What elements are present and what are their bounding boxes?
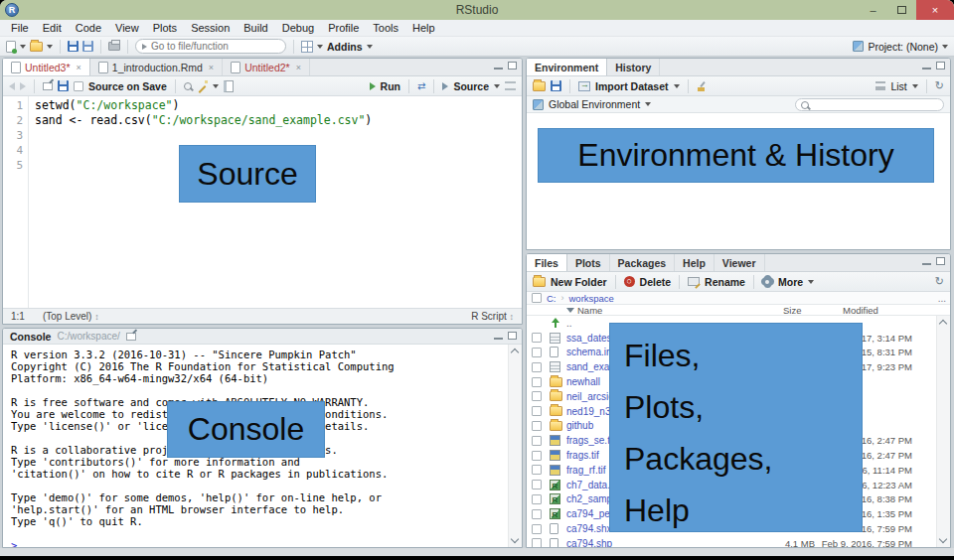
menu-view[interactable]: View: [108, 22, 146, 34]
column-name[interactable]: Name: [566, 305, 602, 316]
import-dataset-button[interactable]: Import Dataset: [595, 80, 669, 92]
rename-icon[interactable]: [688, 277, 700, 286]
row-checkbox[interactable]: [532, 391, 542, 401]
row-checkbox[interactable]: [532, 333, 542, 343]
menu-plots[interactable]: Plots: [146, 22, 184, 34]
environment-dropdown-icon[interactable]: [645, 102, 651, 106]
column-size[interactable]: Size: [783, 305, 801, 316]
tab-history[interactable]: History: [607, 59, 660, 75]
compile-notebook-icon[interactable]: [224, 80, 234, 92]
pane-minimize-icon[interactable]: [922, 263, 931, 265]
breadcrumb-ellipsis[interactable]: ...: [938, 293, 946, 304]
menu-build[interactable]: Build: [237, 22, 274, 34]
delete-icon[interactable]: ○: [624, 276, 635, 287]
pane-maximize-icon[interactable]: [508, 332, 517, 340]
file-row[interactable]: ca794.shp4.1 MBFeb 9, 2016, 7:59 PM: [527, 536, 936, 547]
new-file-dropdown-icon[interactable]: [20, 45, 26, 49]
row-checkbox[interactable]: [532, 362, 542, 372]
breadcrumb-folder[interactable]: workspace: [569, 293, 614, 304]
tab-1-introduction-rmd[interactable]: 1_introduction.Rmd×: [90, 59, 223, 75]
source-on-save-checkbox[interactable]: [74, 81, 83, 91]
row-checkbox[interactable]: [532, 480, 542, 490]
pane-maximize-icon[interactable]: [508, 62, 517, 70]
files-scrollbar[interactable]: [936, 316, 950, 547]
console-prompt[interactable]: >: [11, 539, 508, 548]
list-view-dropdown-icon[interactable]: [912, 84, 918, 88]
tab-close-icon[interactable]: ×: [296, 63, 301, 72]
tab-plots[interactable]: Plots: [567, 254, 610, 271]
tab-help[interactable]: Help: [675, 254, 715, 271]
code-tools-dropdown-icon[interactable]: [213, 84, 219, 88]
refresh-icon[interactable]: ↻: [935, 80, 944, 91]
scroll-up-icon[interactable]: [511, 349, 519, 356]
run-icon[interactable]: [370, 82, 376, 90]
file-name[interactable]: ca794.shx: [566, 523, 612, 534]
scroll-down-icon[interactable]: [939, 535, 947, 543]
clear-workspace-icon[interactable]: [697, 81, 707, 91]
file-name[interactable]: frags_se.tif: [566, 435, 615, 446]
panes-dropdown-icon[interactable]: [317, 45, 323, 49]
run-button[interactable]: Run: [381, 80, 400, 92]
menu-edit[interactable]: Edit: [36, 22, 69, 34]
open-file-icon[interactable]: [30, 42, 43, 52]
pane-maximize-icon[interactable]: [936, 257, 945, 265]
row-checkbox[interactable]: [532, 451, 542, 461]
row-checkbox[interactable]: [532, 348, 542, 357]
more-dropdown-icon[interactable]: [808, 280, 814, 284]
environment-search-input[interactable]: [813, 100, 932, 110]
tab-close-icon[interactable]: ×: [209, 63, 214, 72]
save-all-icon[interactable]: [82, 41, 93, 52]
tab-untitled3-[interactable]: Untitled3*×: [3, 59, 90, 75]
file-name[interactable]: ..: [566, 318, 572, 329]
file-name[interactable]: ca794.shp: [566, 538, 612, 547]
code-tools-icon[interactable]: [197, 80, 208, 91]
more-button[interactable]: More: [778, 276, 803, 288]
tab-files[interactable]: Files: [527, 254, 567, 271]
addins-button[interactable]: Addins: [327, 41, 363, 53]
import-dataset-dropdown-icon[interactable]: [674, 84, 680, 88]
tab-environment[interactable]: Environment: [527, 59, 607, 75]
pane-minimize-icon[interactable]: [494, 68, 503, 70]
console-scrollbar[interactable]: [508, 345, 522, 547]
save-icon[interactable]: [68, 41, 79, 52]
menu-debug[interactable]: Debug: [275, 22, 321, 34]
row-checkbox[interactable]: [532, 436, 542, 446]
new-folder-button[interactable]: New Folder: [551, 276, 607, 288]
row-checkbox[interactable]: [532, 509, 542, 519]
addins-dropdown-icon[interactable]: [367, 45, 373, 49]
tab-viewer[interactable]: Viewer: [715, 254, 765, 271]
rerun-icon[interactable]: ⇄: [417, 81, 425, 91]
forward-icon[interactable]: [20, 82, 26, 90]
document-outline-icon[interactable]: [505, 81, 516, 90]
global-environment-selector[interactable]: Global Environment: [549, 98, 640, 110]
file-name[interactable]: frag_rf.tif: [566, 465, 605, 476]
select-all-checkbox[interactable]: [532, 293, 542, 303]
delete-button[interactable]: Delete: [640, 276, 672, 288]
menu-tools[interactable]: Tools: [366, 22, 405, 34]
project-button[interactable]: Project: (None): [868, 41, 938, 53]
project-dropdown-icon[interactable]: [942, 45, 948, 49]
file-name[interactable]: newhall: [566, 376, 600, 387]
list-view-button[interactable]: List: [890, 80, 906, 92]
row-checkbox[interactable]: [532, 494, 542, 504]
maximize-button[interactable]: [887, 0, 916, 20]
row-checkbox[interactable]: [532, 377, 542, 387]
scroll-up-icon[interactable]: [939, 320, 947, 328]
menu-profile[interactable]: Profile: [321, 22, 366, 34]
scope-selector[interactable]: (Top Level) ↕: [43, 311, 99, 322]
new-file-icon[interactable]: [6, 41, 16, 53]
goto-file-input[interactable]: [151, 41, 270, 52]
import-dataset-icon[interactable]: [578, 81, 590, 91]
load-workspace-icon[interactable]: [533, 81, 546, 91]
file-name[interactable]: neil_arcsie: [566, 391, 614, 402]
tab-packages[interactable]: Packages: [610, 254, 675, 271]
print-icon[interactable]: [108, 42, 120, 51]
menu-code[interactable]: Code: [69, 22, 108, 34]
more-gear-icon[interactable]: [762, 276, 773, 287]
rename-button[interactable]: Rename: [705, 276, 745, 288]
source-file-icon[interactable]: [442, 82, 448, 90]
pane-maximize-icon[interactable]: [936, 62, 945, 70]
column-modified[interactable]: Modified: [843, 305, 878, 316]
source-button[interactable]: Source: [453, 80, 489, 92]
save-workspace-icon[interactable]: [551, 80, 561, 91]
